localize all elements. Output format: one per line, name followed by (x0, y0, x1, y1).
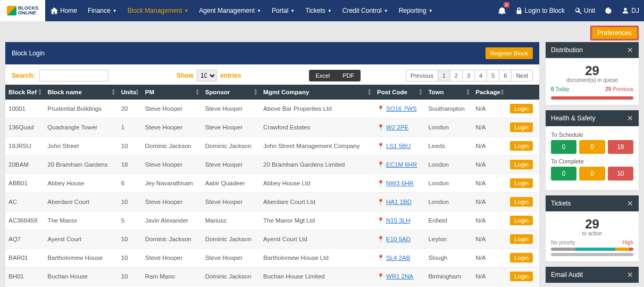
home-icon (51, 7, 58, 14)
close-icon[interactable]: ✕ (627, 114, 633, 122)
row-login-button[interactable]: Login (510, 104, 533, 113)
page-length-select[interactable]: 10 (197, 70, 217, 81)
col-action (507, 85, 539, 100)
postcode-link[interactable]: EC1M 6HR (386, 161, 417, 168)
map-pin-icon[interactable]: 📍 (377, 273, 384, 280)
login-to-block-button[interactable]: Login to Block (511, 0, 570, 21)
health-safety-widget: Health & Safety✕ To Schedule 0 0 18 To C… (546, 110, 639, 190)
map-pin-icon[interactable]: 📍 (377, 217, 384, 224)
col-block-name[interactable]: Block name▲▼ (44, 85, 118, 100)
nav-credit-control[interactable]: Credit Control▼ (337, 0, 394, 21)
pager-page-2[interactable]: 2 (450, 70, 463, 81)
col-sponsor[interactable]: Sponsor▲▼ (202, 85, 260, 100)
distribution-meter (551, 96, 633, 100)
unit-search-button[interactable]: Unit (570, 0, 600, 21)
email-audit-widget: Email Audit✕ (546, 267, 639, 283)
map-pin-icon[interactable]: 📍 (377, 161, 384, 168)
map-pin-icon[interactable]: 📍 (377, 180, 384, 186)
hs-complete-green[interactable]: 0 (551, 167, 576, 181)
col-post-code[interactable]: Post Code▲▼ (374, 85, 425, 100)
export-excel-button[interactable]: Excel (309, 72, 336, 79)
sort-icon: ▲▼ (195, 88, 200, 96)
row-login-button[interactable]: Login (510, 216, 533, 225)
nav-home[interactable]: Home (45, 0, 82, 21)
table-row: AQ7Ayerst Court10Dominic JacksonDominic … (5, 230, 539, 249)
postcode-link[interactable]: SO16 7WS (386, 105, 417, 112)
row-login-button[interactable]: Login (510, 141, 533, 151)
pager-page-3[interactable]: 3 (462, 70, 475, 81)
logo[interactable]: BLOCKS ONLINE (0, 0, 45, 21)
logo-text-bottom: ONLINE (18, 11, 38, 15)
map-pin-icon[interactable]: 📍 (377, 124, 384, 130)
map-pin-icon[interactable]: 📍 (377, 199, 384, 205)
postcode-link[interactable]: E10 5AD (386, 236, 411, 242)
table-row: AC368459The Manor5Javin AlexanderMariusz… (5, 211, 539, 230)
map-pin-icon[interactable]: 📍 (377, 236, 384, 242)
pager-page-6[interactable]: 6 (499, 70, 512, 81)
hs-complete-amber[interactable]: 0 (579, 167, 605, 181)
hs-schedule-amber[interactable]: 0 (579, 140, 605, 154)
nav-reporting[interactable]: Reporting▼ (394, 0, 438, 21)
nav-finance[interactable]: Finance▼ (82, 0, 122, 21)
notifications-button[interactable]: 4 (494, 0, 511, 21)
col-units[interactable]: Units▲▼ (118, 85, 142, 100)
blocks-table: Block Ref▲▼Block name▲▼Units▲▼PM▲▼Sponso… (5, 85, 539, 286)
postcode-link[interactable]: WR1 2NA (386, 273, 413, 280)
nav-agent-management[interactable]: Agent Management▼ (194, 0, 266, 21)
col-package[interactable]: Package▲▼ (472, 85, 507, 100)
col-block-ref[interactable]: Block Ref▲▼ (5, 85, 44, 100)
search-input[interactable] (39, 70, 108, 81)
user-icon (622, 7, 629, 14)
nav-tickets[interactable]: Tickets▼ (300, 0, 337, 21)
user-menu[interactable]: DJ (617, 0, 644, 21)
postcode-link[interactable]: NW3 6HR (386, 180, 414, 186)
map-pin-icon[interactable]: 📍 (377, 105, 384, 112)
row-login-button[interactable]: Login (510, 197, 533, 207)
nav-block-management[interactable]: Block Management▼ (122, 0, 194, 21)
postcode-link[interactable]: SL4 2AB (386, 255, 410, 261)
close-icon[interactable]: ✕ (627, 46, 633, 54)
lock-icon (515, 7, 523, 14)
col-mgmt-company[interactable]: Mgmt Company▲▼ (260, 85, 374, 100)
hs-schedule-red[interactable]: 18 (608, 140, 633, 154)
row-login-button[interactable]: Login (510, 160, 533, 169)
close-icon[interactable]: ✕ (627, 199, 633, 208)
col-town[interactable]: Town▲▼ (425, 85, 472, 100)
map-pin-icon[interactable]: 📍 (377, 143, 384, 149)
pager-page-4[interactable]: 4 (474, 70, 487, 81)
postcode-link[interactable]: HA1 1BD (386, 199, 412, 205)
hs-complete-red[interactable]: 10 (608, 167, 633, 181)
pager-page-5[interactable]: 5 (487, 70, 499, 81)
row-login-button[interactable]: Login (510, 178, 533, 188)
close-icon[interactable]: ✕ (627, 270, 633, 279)
top-nav: BLOCKS ONLINE HomeFinance▼Block Manageme… (0, 0, 644, 21)
preferences-button[interactable]: Preferences (590, 26, 639, 40)
pager-page-1[interactable]: 1 (438, 70, 450, 81)
map-pin-icon[interactable]: 📍 (377, 255, 384, 261)
search-label: Search: (12, 72, 35, 79)
caret-down-icon: ▼ (429, 9, 433, 13)
register-block-button[interactable]: Register Block (486, 47, 533, 59)
row-login-button[interactable]: Login (510, 234, 533, 244)
table-row: BAR01Bartholomew House10Steve HooperStev… (5, 249, 539, 267)
hs-schedule-green[interactable]: 0 (551, 140, 576, 154)
table-row: 136QuadQuadrangle Tower1Steve HooperStev… (5, 118, 539, 137)
row-login-button[interactable]: Login (510, 272, 533, 281)
table-row: BH01Buchan House10Ram ManoDominic Jackso… (5, 267, 539, 286)
caret-down-icon: ▼ (113, 9, 117, 13)
nav-portal[interactable]: Portal▼ (266, 0, 300, 21)
row-login-button[interactable]: Login (510, 253, 533, 263)
distribution-count: 29 (551, 63, 633, 78)
settings-button[interactable] (600, 0, 617, 21)
postcode-link[interactable]: LS1 5BU (386, 143, 411, 149)
postcode-link[interactable]: W2 2PE (386, 124, 408, 130)
col-pm[interactable]: PM▲▼ (142, 85, 202, 100)
postcode-link[interactable]: N15 3LH (386, 217, 410, 224)
pager-prev[interactable]: Previous (406, 70, 438, 81)
export-pdf-button[interactable]: PDF (336, 72, 361, 79)
panel-title: Block Login (12, 50, 45, 57)
caret-down-icon: ▼ (328, 9, 332, 13)
table-row: 10001Prudential Buildings20Steve HooperS… (5, 100, 539, 118)
pager-next[interactable]: Next (511, 70, 533, 81)
row-login-button[interactable]: Login (510, 122, 533, 132)
